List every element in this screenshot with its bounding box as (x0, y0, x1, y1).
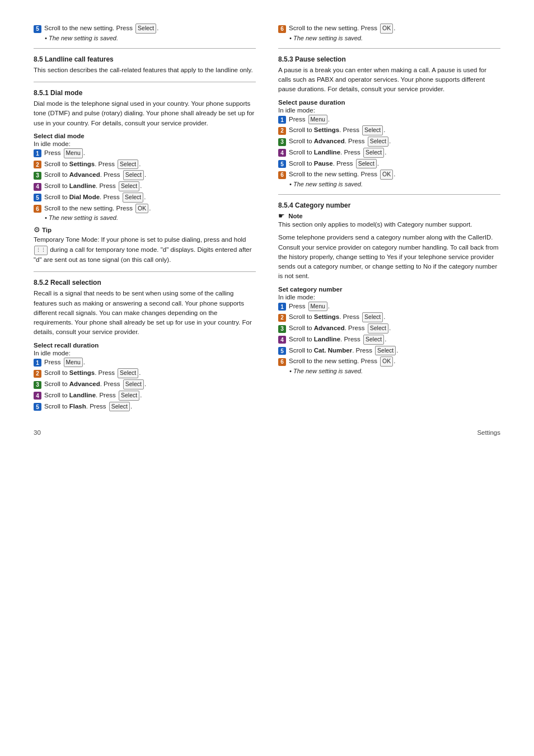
select-button[interactable]: Select (123, 170, 144, 180)
select-button[interactable]: Select (362, 312, 383, 322)
divider (34, 48, 256, 49)
step-item: 5 Scroll to Cat. Number. Press Select. (278, 346, 500, 356)
saved-note: • The new setting is saved. (45, 214, 256, 221)
recall-steps: 1 Press Menu. 2 Scroll to Settings. Pres… (34, 358, 256, 412)
select-button[interactable]: Select (135, 24, 156, 34)
page-footer: 30 Settings (34, 429, 500, 436)
step-number: 6 (278, 25, 286, 33)
step-item: 2 Scroll to Settings. Press Select. (34, 159, 256, 170)
select-button[interactable]: Select (375, 346, 396, 356)
note-label: Note (287, 213, 303, 219)
note-box: ☛ Note This section only applies to mode… (278, 212, 500, 229)
divider (34, 271, 256, 272)
step-item: 3 Scroll to Advanced. Press Select. (34, 170, 256, 180)
step-item: 4 Scroll to Landline. Press Select. (278, 148, 500, 158)
select-button[interactable]: Select (118, 368, 138, 378)
menu-button[interactable]: Menu (64, 358, 83, 368)
step-text: Scroll to the new setting. Press OK. (289, 356, 395, 367)
step-number: 4 (278, 149, 286, 157)
select-button[interactable]: Select (356, 159, 377, 169)
step-item: 2 Scroll to Settings. Press Select. (34, 368, 256, 378)
step-text: Scroll to Advanced. Press Select. (44, 170, 146, 180)
step-number: 4 (278, 336, 286, 344)
select-button[interactable]: Select (109, 402, 130, 412)
dial-mode-steps: 1 Press Menu. 2 Scroll to Settings. Pres… (34, 148, 256, 214)
step-item: 5 Scroll to Pause. Press Select. (278, 159, 500, 169)
step-text: Scroll to Flash. Press Select. (44, 402, 132, 412)
step-text: Scroll to Advanced. Press Select. (44, 379, 146, 389)
select-button[interactable]: Select (119, 391, 139, 401)
section-851-body: Dial mode is the telephone signal used i… (34, 99, 256, 128)
kbd-icon: ⋮⋮ (34, 246, 48, 256)
step-number: 1 (278, 303, 286, 311)
step-item: 4 Scroll to Landline. Press Select. (278, 335, 500, 345)
step-number: 6 (34, 205, 41, 213)
menu-button[interactable]: Menu (308, 302, 327, 312)
step-number: 1 (278, 116, 286, 124)
note-text: This section only applies to model(s) wi… (278, 220, 500, 229)
step-number: 6 (278, 171, 286, 179)
step-item: 6 Scroll to the new setting. Press OK. (34, 204, 256, 214)
select-button[interactable]: Select (123, 379, 144, 389)
step-item: 1 Press Menu. (34, 358, 256, 368)
step-text: Press Menu. (44, 358, 85, 368)
section-852-title: 8.5.2 Recall selection (34, 279, 256, 287)
ok-button[interactable]: OK (380, 170, 393, 180)
step-text: Scroll to Cat. Number. Press Select. (289, 346, 399, 356)
tip-text: Temporary Tone Mode: If your phone is se… (34, 235, 256, 265)
select-button[interactable]: Select (362, 125, 383, 135)
menu-button[interactable]: Menu (64, 148, 83, 158)
intro-step5: 5 Scroll to the new setting. Press Selec… (34, 24, 256, 41)
step-text: Scroll to Dial Mode. Press Select. (44, 192, 146, 203)
step-number: 3 (34, 381, 41, 389)
section-85-body: This section describes the call-related … (34, 65, 256, 75)
ok-button[interactable]: OK (380, 24, 393, 34)
section-852: 8.5.2 Recall selection Recall is a signa… (34, 279, 256, 411)
saved-note: • The new setting is saved. (45, 35, 256, 41)
select-button[interactable]: Select (123, 192, 143, 203)
section-853: 8.5.3 Pause selection A pause is a break… (278, 55, 500, 187)
step-text: Scroll to the new setting. Press OK. (289, 170, 395, 180)
select-button[interactable]: Select (363, 148, 384, 158)
step-item: 4 Scroll to Landline. Press Select. (34, 391, 256, 401)
step-number: 1 (34, 359, 41, 367)
section-852-body: Recall is a signal that needs to be sent… (34, 289, 256, 337)
step-text: Scroll to the new setting. Press OK. (289, 24, 395, 34)
ok-button[interactable]: OK (380, 356, 393, 367)
step-item: 1 Press Menu. (278, 115, 500, 125)
step-number: 4 (34, 392, 41, 400)
saved-note: • The new setting is saved. (289, 181, 500, 187)
step-item: 2 Scroll to Settings. Press Select. (278, 125, 500, 135)
select-button[interactable]: Select (118, 159, 138, 170)
step-number: 5 (34, 25, 41, 33)
step-text: Scroll to the new setting. Press OK. (44, 204, 151, 214)
idle-mode-label: In idle mode: (34, 350, 256, 356)
select-button[interactable]: Select (368, 137, 388, 147)
select-dial-mode-heading: Select dial mode (34, 133, 256, 139)
menu-button[interactable]: Menu (308, 115, 327, 125)
divider (34, 82, 256, 82)
right-column: 6 Scroll to the new setting. Press OK. •… (278, 22, 500, 412)
ok-button[interactable]: OK (135, 204, 148, 214)
step-number: 3 (278, 138, 286, 146)
tip-box: ⚙Tip Temporary Tone Mode: If your phone … (34, 226, 256, 265)
step-item: 1 Press Menu. (278, 302, 500, 312)
idle-mode-label: In idle mode: (278, 294, 500, 300)
step-number: 4 (34, 183, 41, 191)
step-item: 6 Scroll to the new setting. Press OK. (278, 170, 500, 180)
step-text: Scroll to Advanced. Press Select. (289, 323, 391, 334)
step-text: Press Menu. (44, 148, 85, 158)
step-item: 5 Scroll to Dial Mode. Press Select. (34, 192, 256, 203)
step-number: 3 (34, 172, 41, 180)
select-button[interactable]: Select (119, 181, 139, 191)
step-item: 3 Scroll to Advanced. Press Select. (34, 379, 256, 389)
step-item: 2 Scroll to Settings. Press Select. (278, 312, 500, 322)
step-item: 1 Press Menu. (34, 148, 256, 158)
section-85: 8.5 Landline call features This section … (34, 55, 256, 75)
step-number: 2 (278, 314, 286, 322)
select-button[interactable]: Select (363, 335, 384, 345)
step-number: 2 (278, 127, 286, 135)
step-item: 3 Scroll to Advanced. Press Select. (278, 323, 500, 334)
step-text: Scroll to Landline. Press Select. (289, 335, 386, 345)
select-button[interactable]: Select (368, 323, 388, 334)
